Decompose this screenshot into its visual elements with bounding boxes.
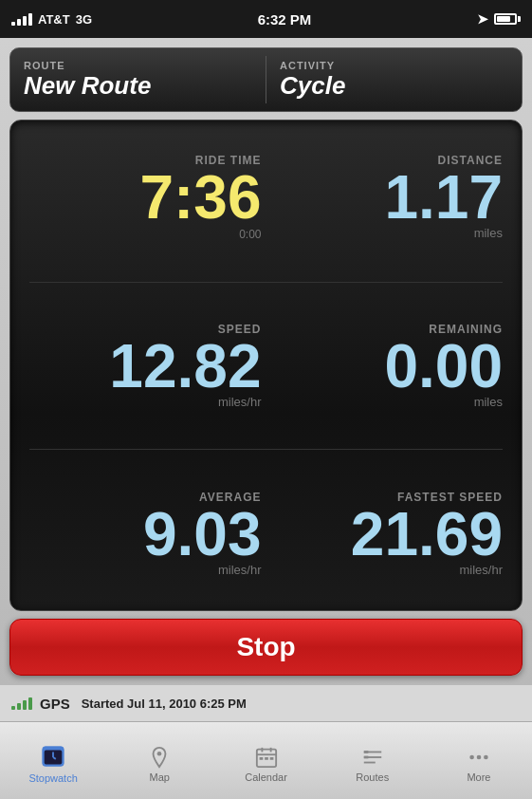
activity-section: ACTIVITY Cycle	[280, 60, 508, 101]
speed-block: SPEED 12.82 miles/hr	[29, 323, 271, 409]
divider-2	[29, 449, 503, 450]
ride-time-value: 7:36	[29, 167, 262, 228]
gps-bar: GPS Started Jul 11, 2010 6:25 PM	[0, 685, 532, 721]
svg-point-17	[469, 755, 474, 760]
route-value: New Route	[24, 71, 252, 101]
stats-row-3: AVERAGE 9.03 miles/hr FASTEST SPEED 21.6…	[29, 491, 503, 577]
tab-more-label: More	[467, 771, 490, 783]
tab-routes-label: Routes	[356, 771, 389, 783]
ride-time-block: RIDE TIME 7:36 0:00	[29, 154, 271, 241]
main-content: ROUTE New Route ACTIVITY Cycle RIDE TIME…	[0, 38, 532, 685]
routes-icon	[361, 746, 384, 769]
svg-rect-10	[265, 757, 268, 760]
stats-panel: RIDE TIME 7:36 0:00 DISTANCE 1.17 miles …	[9, 120, 523, 611]
fastest-block: FASTEST SPEED 21.69 miles/hr	[271, 491, 504, 577]
route-label: ROUTE	[24, 60, 252, 71]
average-block: AVERAGE 9.03 miles/hr	[29, 491, 271, 577]
tab-stopwatch-label: Stopwatch	[28, 772, 77, 784]
calendar-icon	[255, 746, 278, 769]
tab-stopwatch[interactable]: Stopwatch	[0, 722, 106, 799]
svg-point-18	[477, 755, 482, 760]
average-value: 9.03	[29, 504, 262, 565]
signal-bars-icon	[11, 13, 32, 26]
fastest-value: 21.69	[271, 504, 504, 565]
location-icon: ➤	[477, 11, 488, 27]
speed-value: 12.82	[29, 336, 262, 397]
stats-row-2: SPEED 12.82 miles/hr REMAINING 0.00 mile…	[29, 323, 503, 409]
status-left: AT&T 3G	[11, 12, 92, 27]
activity-value: Cycle	[280, 71, 508, 101]
svg-rect-11	[269, 757, 273, 760]
stats-row-1: RIDE TIME 7:36 0:00 DISTANCE 1.17 miles	[29, 154, 503, 241]
gps-started-text: Started Jul 11, 2010 6:25 PM	[82, 697, 247, 711]
tab-map-label: Map	[150, 771, 170, 783]
stopwatch-icon	[41, 745, 65, 770]
distance-value: 1.17	[271, 167, 504, 228]
status-right: ➤	[477, 11, 521, 27]
map-icon	[148, 746, 171, 769]
svg-point-19	[484, 755, 488, 760]
stop-button-label: Stop	[236, 632, 295, 662]
status-time: 6:32 PM	[258, 11, 312, 28]
svg-rect-9	[259, 757, 263, 760]
remaining-value: 0.00	[271, 336, 504, 397]
tab-routes[interactable]: Routes	[320, 722, 426, 799]
divider-1	[29, 282, 503, 283]
gps-signal-icon	[11, 697, 32, 710]
route-section: ROUTE New Route	[24, 60, 252, 101]
tab-more[interactable]: More	[426, 722, 532, 799]
remaining-block: REMAINING 0.00 miles	[271, 323, 504, 409]
more-icon	[468, 746, 490, 769]
battery-icon	[494, 13, 521, 25]
stop-button[interactable]: Stop	[9, 619, 523, 676]
route-divider	[266, 56, 266, 103]
activity-label: ACTIVITY	[280, 60, 508, 71]
distance-block: DISTANCE 1.17 miles	[271, 154, 504, 241]
network-label: 3G	[76, 12, 92, 27]
gps-label: GPS	[40, 696, 70, 712]
tab-calendar-label: Calendar	[245, 771, 287, 783]
route-header: ROUTE New Route ACTIVITY Cycle	[9, 47, 523, 112]
status-bar: AT&T 3G 6:32 PM ➤	[0, 0, 532, 38]
carrier-label: AT&T	[38, 12, 70, 27]
svg-point-4	[157, 752, 162, 756]
tab-map[interactable]: Map	[106, 722, 212, 799]
tab-bar: Stopwatch Map Calendar Routes	[0, 721, 532, 799]
tab-calendar[interactable]: Calendar	[212, 722, 319, 799]
